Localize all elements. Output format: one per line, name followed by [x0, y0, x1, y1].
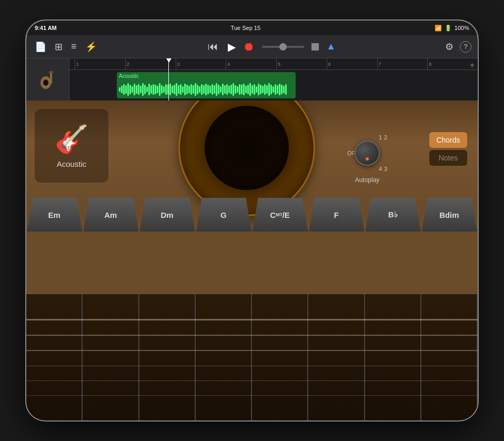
waveform-bar: [237, 86, 238, 93]
waveform-bar: [132, 86, 133, 93]
waveform-bar: [247, 85, 249, 94]
status-date: Tue Sep 15: [231, 25, 260, 31]
waveform-bar: [182, 86, 184, 93]
volume-slider[interactable]: [262, 46, 304, 48]
status-time: 9:41 AM: [35, 25, 57, 31]
ruler-mark: 5: [276, 58, 327, 69]
waveform-bar: [275, 84, 276, 95]
guitar-string[interactable]: [26, 335, 478, 336]
record-button[interactable]: ⏺: [243, 40, 255, 54]
waveform-bar: [277, 85, 278, 94]
status-bar: 9:41 AM Tue Sep 15 📶 🔋 100%: [26, 21, 478, 35]
chord-button[interactable]: Em: [27, 198, 82, 232]
chord-button[interactable]: Am: [83, 198, 138, 232]
toolbar-center: ⏮ ▶ ⏺ ▲: [102, 38, 440, 55]
toolbar-left: 📄 ⊞ ≡ ⚡: [33, 39, 99, 55]
waveform-bar: [243, 84, 245, 95]
waveform-bar: [184, 84, 186, 95]
chord-button[interactable]: Bdim: [422, 198, 477, 232]
waveform-bar: [155, 85, 156, 94]
waveform-bar: [186, 85, 188, 94]
waveform-bar: [211, 84, 213, 95]
waveform-bar: [134, 84, 135, 95]
rewind-button[interactable]: ⏮: [206, 38, 220, 55]
waveform-bar: [251, 85, 253, 94]
waveform-bar: [193, 85, 194, 94]
waveform-bar: [245, 86, 247, 93]
waveform-bar: [195, 83, 196, 96]
knob-indicator: [366, 157, 369, 161]
chord-button[interactable]: CM7/E: [253, 198, 308, 232]
waveform-bar: [163, 86, 165, 93]
battery-icon: 🔋: [445, 25, 452, 32]
metronome-button[interactable]: ▲: [326, 41, 336, 52]
chords-row: EmAmDmGCM7/EFB♭Bdim: [26, 198, 478, 235]
waveform-bar: [270, 85, 272, 94]
waveform-bar: [197, 85, 198, 94]
chords-notes-toggle: Chords Notes: [429, 132, 467, 166]
waveform-bar: [138, 84, 139, 95]
chord-button[interactable]: G: [196, 198, 251, 232]
guitar-string[interactable]: [26, 395, 478, 396]
waveform-bar: [159, 83, 160, 96]
settings-button[interactable]: ⚙: [443, 39, 456, 55]
help-button[interactable]: ?: [460, 41, 471, 53]
add-track-button[interactable]: +: [470, 61, 475, 70]
mixer-button[interactable]: ⚡: [83, 39, 99, 55]
fretboard: [26, 294, 478, 420]
guitar-string[interactable]: [26, 380, 478, 381]
waveform-bar: [239, 84, 240, 95]
chord-button[interactable]: Dm: [140, 198, 195, 232]
autoplay-label-3: 3: [384, 166, 387, 172]
new-button[interactable]: 📄: [33, 39, 48, 55]
wifi-icon: 📶: [435, 25, 442, 32]
instrument-selector[interactable]: 🎸 Acoustic: [35, 109, 108, 183]
waveform-bar: [260, 85, 261, 94]
instrument-name-label: Acoustic: [57, 159, 87, 168]
waveform-bar: [216, 83, 217, 96]
waveform-bar: [148, 84, 150, 95]
ruler-mark: 1: [75, 58, 125, 69]
autoplay-label-4: 4: [379, 166, 382, 172]
waveform-bar: [199, 86, 200, 93]
waveform-bar: [254, 84, 255, 95]
waveform-bar: [285, 84, 287, 95]
chord-button[interactable]: B♭: [366, 198, 421, 232]
ruler-mark: 4: [226, 58, 276, 69]
waveform-bar: [129, 85, 131, 94]
notes-button[interactable]: Notes: [429, 150, 467, 166]
play-button[interactable]: ▶: [228, 41, 236, 53]
toolbar: 📄 ⊞ ≡ ⚡ ⏮ ▶ ⏺ ▲ ⚙ ?: [26, 35, 478, 58]
ruler-mark: 7: [377, 58, 428, 69]
string-lines: [26, 294, 478, 420]
playhead[interactable]: [168, 58, 169, 101]
waveform-bar: [224, 85, 226, 94]
waveform-bar: [220, 86, 221, 93]
timeline-ruler: 12345678 +: [69, 58, 478, 70]
list-button[interactable]: ≡: [69, 39, 79, 54]
track-header: [26, 58, 69, 101]
instrument-icon: 🎸: [55, 123, 89, 155]
waveform-bar: [218, 85, 219, 94]
audio-region[interactable]: Acoustic: [117, 72, 296, 98]
tracks-button[interactable]: ⊞: [53, 39, 65, 55]
battery-percentage: 100%: [455, 25, 469, 31]
waveform-bar: [144, 85, 146, 94]
waveform-bar: [190, 84, 192, 95]
guitar-string[interactable]: [26, 366, 478, 366]
waveform-bar: [161, 85, 163, 94]
track-guitar-icon: [36, 68, 59, 91]
autoplay-knob[interactable]: [355, 141, 380, 166]
chord-button[interactable]: F: [309, 198, 364, 232]
waveform-bar: [241, 85, 243, 94]
volume-knob: [311, 43, 319, 51]
waveform-bar: [268, 83, 270, 96]
status-icons: 📶 🔋 100%: [435, 25, 469, 32]
waveform-bar: [125, 85, 127, 94]
waveform-bar: [230, 85, 232, 94]
waveform-bar: [169, 84, 171, 95]
guitar-string[interactable]: [26, 319, 478, 320]
svg-rect-3: [49, 71, 53, 73]
guitar-string[interactable]: [26, 350, 478, 351]
chords-button[interactable]: Chords: [429, 132, 467, 148]
